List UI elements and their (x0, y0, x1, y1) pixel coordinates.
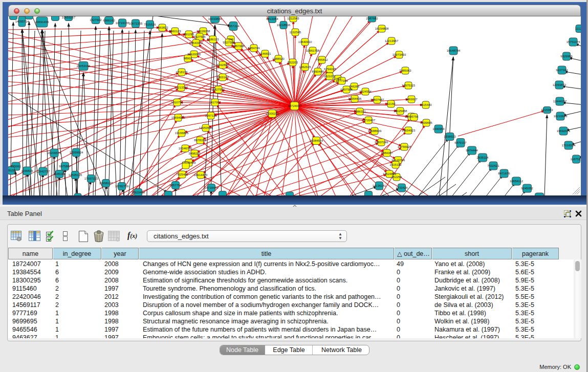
svg-text:19166825: 19166825 (175, 132, 189, 135)
svg-text:1167533: 1167533 (571, 158, 581, 161)
svg-text:41700: 41700 (211, 101, 220, 104)
svg-text:10046786: 10046786 (179, 147, 192, 150)
svg-text:12975115: 12975115 (402, 84, 416, 87)
svg-text:15495756: 15495756 (405, 115, 419, 118)
svg-text:7515526: 7515526 (144, 23, 156, 26)
svg-text:6879197: 6879197 (454, 141, 467, 144)
svg-text:15716485: 15716485 (205, 186, 219, 189)
svg-text:20364436: 20364436 (348, 97, 362, 100)
svg-text:1527602: 1527602 (90, 18, 102, 21)
svg-text:252254: 252254 (391, 176, 402, 179)
svg-text:22420046: 22420046 (187, 53, 201, 56)
svg-text:3267130: 3267130 (205, 114, 217, 117)
svg-text:17359924: 17359924 (70, 151, 83, 154)
svg-text:8186323: 8186323 (207, 38, 219, 41)
svg-text:12942737: 12942737 (36, 170, 50, 173)
svg-text:16648784: 16648784 (447, 49, 461, 52)
svg-text:9975867: 9975867 (59, 165, 71, 168)
svg-text:8990448: 8990448 (312, 70, 324, 73)
svg-text:1938923: 1938923 (444, 135, 456, 138)
svg-text:10807487: 10807487 (371, 98, 384, 101)
svg-text:1640954: 1640954 (432, 127, 445, 130)
svg-text:832203: 832203 (288, 61, 298, 64)
svg-text:98901: 98901 (184, 57, 192, 60)
svg-text:9857791: 9857791 (169, 184, 182, 187)
svg-text:3624554: 3624554 (359, 90, 372, 93)
svg-text:1156829: 1156829 (21, 169, 34, 172)
svg-text:14136141: 14136141 (373, 184, 386, 187)
svg-text:7632621: 7632621 (487, 164, 499, 167)
svg-text:7663822: 7663822 (156, 26, 168, 29)
svg-text:2718176: 2718176 (176, 71, 188, 74)
svg-text:16914479: 16914479 (194, 173, 208, 177)
svg-text:14099489: 14099489 (182, 161, 196, 164)
svg-text:16154808: 16154808 (375, 27, 389, 30)
svg-text:10025458: 10025458 (394, 110, 407, 113)
svg-text:9146821: 9146821 (259, 52, 271, 55)
svg-text:13640910: 13640910 (298, 40, 312, 43)
svg-text:11124: 11124 (575, 27, 581, 30)
svg-text:8427552: 8427552 (212, 88, 225, 91)
svg-text:10688609: 10688609 (368, 129, 382, 133)
svg-text:11923468: 11923468 (132, 191, 145, 194)
svg-text:1615132: 1615132 (389, 163, 402, 166)
svg-text:39159: 39159 (8, 169, 16, 172)
svg-text:15720407: 15720407 (362, 119, 376, 122)
svg-text:8960123: 8960123 (169, 30, 181, 33)
svg-text:20053346: 20053346 (77, 64, 91, 68)
svg-text:10958107: 10958107 (99, 182, 113, 185)
svg-text:2867608: 2867608 (232, 45, 245, 48)
svg-text:12505135: 12505135 (69, 173, 82, 177)
svg-text:9039695: 9039695 (420, 121, 432, 124)
svg-text:10961758: 10961758 (306, 49, 320, 52)
svg-text:19218506: 19218506 (277, 24, 291, 27)
svg-text:9242848: 9242848 (216, 63, 229, 67)
svg-text:8471676: 8471676 (498, 172, 510, 175)
svg-text:7955812: 7955812 (316, 58, 328, 61)
svg-text:20691406: 20691406 (35, 20, 49, 24)
svg-text:1362615: 1362615 (299, 65, 311, 69)
svg-text:14055714: 14055714 (15, 20, 29, 23)
svg-text:2087682: 2087682 (366, 17, 378, 20)
svg-text:7986322: 7986322 (354, 110, 366, 113)
svg-text:1588520: 1588520 (272, 57, 285, 60)
svg-text:20206576: 20206576 (48, 151, 61, 155)
svg-text:19692971: 19692971 (557, 129, 571, 133)
svg-text:19384554: 19384554 (310, 139, 323, 142)
svg-text:17957223: 17957223 (84, 177, 98, 180)
svg-text:9777169: 9777169 (336, 79, 348, 82)
svg-text:9227342: 9227342 (556, 69, 568, 72)
svg-text:10653267: 10653267 (62, 16, 76, 19)
svg-text:10973493: 10973493 (393, 53, 406, 56)
svg-text:7357224: 7357224 (227, 25, 239, 28)
svg-text:12093872: 12093872 (553, 83, 567, 86)
svg-text:7485063: 7485063 (399, 69, 411, 72)
svg-text:6794028: 6794028 (324, 68, 336, 71)
svg-text:16543362: 16543362 (189, 41, 203, 45)
svg-text:9515440: 9515440 (420, 103, 432, 106)
svg-text:12353594: 12353594 (199, 126, 213, 129)
svg-text:7625402: 7625402 (176, 173, 188, 176)
svg-text:17016504: 17016504 (562, 144, 576, 147)
svg-text:2935114: 2935114 (477, 156, 489, 159)
svg-text:9084067: 9084067 (381, 151, 393, 155)
svg-text:8813054: 8813054 (266, 17, 278, 20)
svg-text:1010755: 1010755 (171, 101, 183, 104)
svg-text:19654923: 19654923 (402, 129, 416, 132)
svg-text:3215953: 3215953 (541, 108, 553, 112)
svg-text:891295: 891295 (184, 33, 194, 36)
svg-text:19654925: 19654925 (171, 116, 185, 119)
svg-text:8678332: 8678332 (194, 139, 206, 142)
svg-text:9474444: 9474444 (466, 149, 478, 152)
svg-text:19756928: 19756928 (398, 145, 411, 148)
svg-text:1132545: 1132545 (290, 31, 302, 34)
svg-text:3498222: 3498222 (188, 152, 201, 155)
svg-text:6966160: 6966160 (103, 19, 115, 22)
svg-text:1733426: 1733426 (396, 186, 408, 189)
svg-text:2803144: 2803144 (216, 76, 229, 79)
svg-text:1145194: 1145194 (54, 172, 66, 176)
svg-text:16033809: 16033809 (208, 17, 222, 20)
svg-text:10719155: 10719155 (116, 21, 129, 25)
svg-text:9245052: 9245052 (521, 187, 533, 190)
svg-text:12213967: 12213967 (385, 39, 399, 42)
